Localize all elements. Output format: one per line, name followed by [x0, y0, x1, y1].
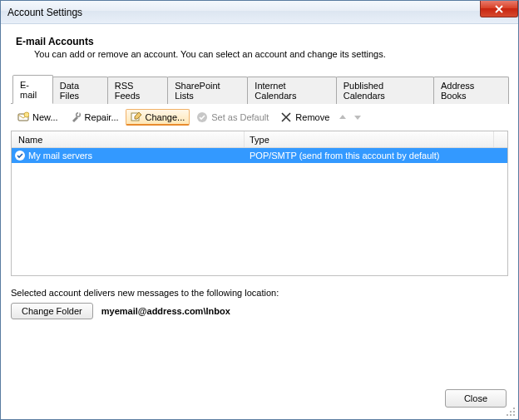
- close-window-button[interactable]: [480, 1, 518, 17]
- section-heading: E-mail Accounts: [16, 36, 508, 47]
- set-default-icon: [196, 111, 208, 123]
- tab-email[interactable]: E-mail: [12, 75, 53, 104]
- account-row[interactable]: My mail servers POP/SMTP (send from this…: [12, 148, 507, 163]
- delivery-location-path: myemail@address.com\Inbox: [101, 306, 230, 316]
- delivery-location-text: Selected account delivers new messages t…: [11, 288, 508, 298]
- svg-rect-11: [510, 414, 512, 416]
- toolbar: New... Repair... Change... Set as Defaul…: [11, 104, 508, 129]
- account-type: POP/SMTP (send from this account by defa…: [245, 151, 507, 161]
- repair-icon: [70, 111, 82, 123]
- new-icon: [17, 111, 29, 123]
- change-account-button[interactable]: Change...: [126, 109, 190, 126]
- resize-grip[interactable]: [507, 408, 517, 418]
- remove-icon: [280, 111, 292, 123]
- svg-rect-7: [513, 408, 515, 409]
- set-default-label: Set as Default: [211, 112, 269, 122]
- close-icon: [495, 5, 503, 13]
- svg-rect-3: [78, 112, 80, 114]
- close-button[interactable]: Close: [445, 389, 507, 408]
- set-default-button: Set as Default: [191, 109, 274, 126]
- move-down-button[interactable]: [351, 111, 364, 124]
- remove-account-button[interactable]: Remove: [275, 109, 334, 126]
- account-list: Name Type My mail servers POP/SMTP (send…: [11, 131, 508, 276]
- delivery-location-section: Selected account delivers new messages t…: [11, 288, 508, 319]
- default-account-icon: [15, 151, 25, 161]
- repair-label: Repair...: [85, 112, 119, 122]
- change-label: Change...: [146, 112, 185, 122]
- section-subtitle: You can add or remove an account. You ca…: [34, 49, 508, 59]
- dialog-footer: Close: [445, 389, 507, 408]
- column-type[interactable]: Type: [245, 131, 494, 147]
- content-area: E-mail Accounts You can add or remove an…: [1, 24, 518, 319]
- list-header: Name Type: [12, 131, 507, 148]
- change-icon: [131, 111, 142, 123]
- svg-point-1: [24, 112, 29, 117]
- tabstrip: E-mail Data Files RSS Feeds SharePoint L…: [11, 74, 508, 104]
- account-name: My mail servers: [28, 151, 92, 161]
- column-name[interactable]: Name: [12, 131, 245, 147]
- svg-rect-9: [513, 411, 515, 413]
- arrow-down-icon: [353, 113, 362, 121]
- titlebar: Account Settings: [1, 1, 518, 24]
- tab-rss-feeds[interactable]: RSS Feeds: [107, 77, 169, 104]
- tab-sharepoint-lists[interactable]: SharePoint Lists: [167, 77, 248, 104]
- repair-account-button[interactable]: Repair...: [65, 109, 124, 126]
- tab-address-books[interactable]: Address Books: [433, 77, 509, 104]
- svg-rect-12: [513, 414, 515, 416]
- window-title: Account Settings: [1, 7, 82, 18]
- svg-rect-8: [510, 411, 512, 413]
- account-settings-window: Account Settings E-mail Accounts You can…: [0, 0, 519, 420]
- tab-data-files[interactable]: Data Files: [52, 77, 108, 104]
- svg-rect-10: [507, 414, 508, 416]
- move-up-button[interactable]: [336, 111, 349, 124]
- new-account-button[interactable]: New...: [12, 109, 63, 126]
- tab-published-calendars[interactable]: Published Calendars: [336, 77, 434, 104]
- remove-label: Remove: [295, 112, 329, 122]
- new-label: New...: [32, 112, 58, 122]
- arrow-up-icon: [339, 113, 347, 121]
- tab-internet-calendars[interactable]: Internet Calendars: [247, 77, 336, 104]
- change-folder-button[interactable]: Change Folder: [11, 303, 93, 319]
